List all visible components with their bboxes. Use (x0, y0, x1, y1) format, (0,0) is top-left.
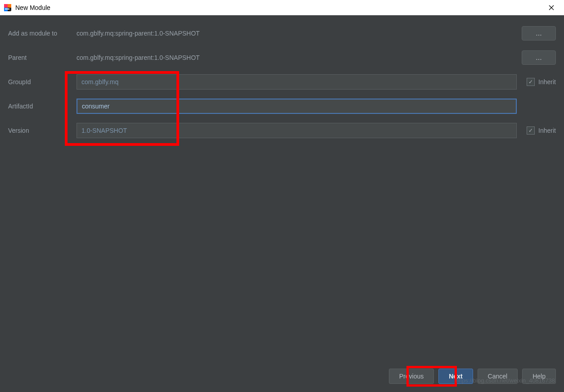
value-add-as-module: com.gblfy.mq:spring-parent:1.0-SNAPSHOT (77, 30, 514, 37)
dialog-footer: Previous Next Cancel Help (389, 369, 556, 384)
svg-rect-4 (5, 9, 9, 9)
groupid-input[interactable] (77, 74, 517, 90)
value-parent: com.gblfy.mq:spring-parent:1.0-SNAPSHOT (77, 54, 514, 61)
next-button[interactable]: Next (438, 369, 473, 384)
label-parent: Parent (8, 54, 77, 61)
browse-parent-button[interactable]: ... (522, 50, 556, 65)
row-parent: Parent com.gblfy.mq:spring-parent:1.0-SN… (8, 50, 556, 66)
intellij-icon (4, 4, 12, 12)
cancel-button[interactable]: Cancel (478, 369, 518, 384)
row-version: Version ✓ Inherit (8, 122, 556, 139)
help-button[interactable]: Help (522, 369, 556, 384)
titlebar: New Module (0, 0, 564, 15)
label-artifactid: ArtifactId (8, 103, 77, 110)
inherit-version-label: Inherit (538, 127, 556, 134)
version-input[interactable] (77, 123, 517, 138)
row-add-as-module: Add as module to com.gblfy.mq:spring-par… (8, 25, 556, 41)
inherit-groupid[interactable]: ✓ Inherit (527, 78, 556, 86)
window-title: New Module (15, 4, 50, 11)
titlebar-left: New Module (4, 4, 50, 12)
row-groupid: GroupId ✓ Inherit (8, 74, 556, 90)
checkbox-groupid-inherit[interactable]: ✓ (527, 78, 535, 86)
label-groupid: GroupId (8, 78, 77, 86)
browse-add-as-module-button[interactable]: ... (522, 26, 556, 41)
dialog-content: Add as module to com.gblfy.mq:spring-par… (0, 15, 564, 392)
previous-button[interactable]: Previous (389, 369, 434, 384)
inherit-groupid-label: Inherit (538, 78, 556, 86)
row-artifactid: ArtifactId Inherit (8, 98, 556, 114)
label-version: Version (8, 127, 77, 134)
svg-rect-2 (8, 4, 11, 8)
label-add-as-module: Add as module to (8, 30, 77, 37)
artifactid-input[interactable] (77, 99, 517, 114)
inherit-version[interactable]: ✓ Inherit (527, 126, 556, 135)
svg-rect-1 (4, 4, 8, 8)
checkbox-version-inherit[interactable]: ✓ (527, 126, 535, 135)
close-button[interactable] (542, 1, 560, 14)
